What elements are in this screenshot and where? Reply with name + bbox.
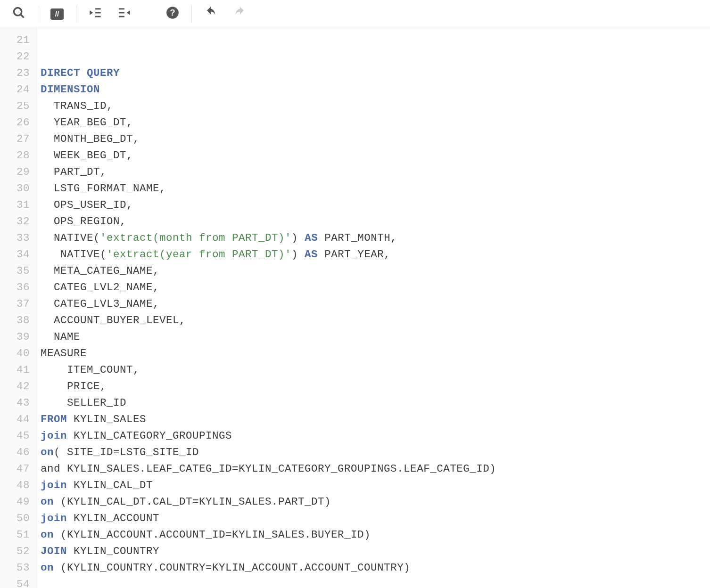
toolbar-separator bbox=[191, 6, 192, 23]
svg-line-1 bbox=[21, 15, 24, 18]
line-number: 31 bbox=[0, 197, 30, 213]
outdent-button[interactable] bbox=[110, 0, 139, 28]
indent-icon bbox=[89, 6, 102, 22]
line-number: 41 bbox=[0, 362, 30, 378]
line-number: 28 bbox=[0, 147, 30, 164]
code-line[interactable]: WEEK_BEG_DT, bbox=[41, 147, 710, 164]
line-number: 22 bbox=[0, 49, 30, 65]
line-number: 30 bbox=[0, 180, 30, 197]
line-number: 38 bbox=[0, 312, 30, 329]
svg-point-0 bbox=[14, 8, 22, 16]
indent-button[interactable] bbox=[81, 0, 109, 28]
code-line[interactable]: and KYLIN_SALES.LEAF_CATEG_ID=KYLIN_CATE… bbox=[41, 461, 710, 477]
toolbar-separator bbox=[76, 6, 76, 23]
line-number: 37 bbox=[0, 296, 30, 312]
help-button[interactable]: ? bbox=[158, 0, 187, 28]
code-line[interactable]: NATIVE('extract(year from PART_DT)') AS … bbox=[41, 246, 710, 263]
svg-text:?: ? bbox=[170, 8, 175, 17]
code-content[interactable]: DIRECT QUERYDIMENSION TRANS_ID, YEAR_BEG… bbox=[37, 28, 710, 588]
code-line[interactable]: join KYLIN_CAL_DT bbox=[41, 477, 710, 494]
redo-button[interactable] bbox=[226, 0, 254, 28]
line-number: 21 bbox=[0, 32, 30, 49]
code-line[interactable]: FROM KYLIN_SALES bbox=[41, 411, 710, 428]
help-icon: ? bbox=[166, 6, 179, 22]
line-number: 51 bbox=[0, 527, 30, 543]
line-number: 39 bbox=[0, 329, 30, 345]
code-line[interactable]: DIRECT QUERY bbox=[41, 65, 710, 82]
code-line[interactable]: CATEG_LVL2_NAME, bbox=[41, 279, 710, 296]
search-button[interactable] bbox=[5, 0, 33, 28]
line-number: 29 bbox=[0, 164, 30, 180]
line-number: 49 bbox=[0, 494, 30, 510]
comment-icon: // bbox=[50, 8, 64, 20]
line-number: 54 bbox=[0, 576, 30, 588]
code-line[interactable]: ITEM_COUNT, bbox=[41, 362, 710, 378]
code-line[interactable]: OPS_REGION, bbox=[41, 213, 710, 230]
code-line[interactable]: SELLER_ID bbox=[41, 395, 710, 411]
code-line[interactable]: OPS_USER_ID, bbox=[41, 197, 710, 213]
line-number: 35 bbox=[0, 263, 30, 279]
code-line[interactable]: on (KYLIN_CAL_DT.CAL_DT=KYLIN_SALES.PART… bbox=[41, 494, 710, 510]
line-number: 24 bbox=[0, 82, 30, 98]
line-number: 45 bbox=[0, 428, 30, 444]
code-line[interactable]: ACCOUNT_BUYER_LEVEL, bbox=[41, 312, 710, 329]
code-line[interactable]: on (KYLIN_COUNTRY.COUNTRY=KYLIN_ACCOUNT.… bbox=[41, 560, 710, 576]
undo-button[interactable] bbox=[197, 0, 225, 28]
line-number: 52 bbox=[0, 543, 30, 560]
code-line[interactable] bbox=[41, 576, 710, 588]
line-number: 25 bbox=[0, 98, 30, 114]
code-line[interactable]: join KYLIN_CATEGORY_GROUPINGS bbox=[41, 428, 710, 444]
line-number: 44 bbox=[0, 411, 30, 428]
line-number: 40 bbox=[0, 345, 30, 362]
line-number: 23 bbox=[0, 65, 30, 82]
line-number: 50 bbox=[0, 510, 30, 527]
line-number: 48 bbox=[0, 477, 30, 494]
editor-toolbar: // ? bbox=[0, 0, 710, 28]
line-number: 42 bbox=[0, 378, 30, 395]
line-number: 27 bbox=[0, 131, 30, 147]
line-number: 26 bbox=[0, 114, 30, 131]
code-line[interactable]: NATIVE('extract(month from PART_DT)') AS… bbox=[41, 230, 710, 246]
line-number: 47 bbox=[0, 461, 30, 477]
code-line[interactable]: NAME bbox=[41, 329, 710, 345]
code-line[interactable]: JOIN KYLIN_COUNTRY bbox=[41, 543, 710, 560]
outdent-icon bbox=[118, 6, 131, 22]
code-line[interactable]: META_CATEG_NAME, bbox=[41, 263, 710, 279]
line-number: 53 bbox=[0, 560, 30, 576]
code-line[interactable]: LSTG_FORMAT_NAME, bbox=[41, 180, 710, 197]
line-number: 43 bbox=[0, 395, 30, 411]
line-number-gutter: 2122232425262728293031323334353637383940… bbox=[0, 28, 37, 588]
code-line[interactable] bbox=[41, 32, 710, 49]
code-line[interactable]: on( SITE_ID=LSTG_SITE_ID bbox=[41, 444, 710, 461]
search-icon bbox=[12, 6, 25, 22]
code-editor[interactable]: 2122232425262728293031323334353637383940… bbox=[0, 28, 710, 588]
toolbar-separator bbox=[38, 6, 38, 23]
code-line[interactable]: on (KYLIN_ACCOUNT.ACCOUNT_ID=KYLIN_SALES… bbox=[41, 527, 710, 543]
code-line[interactable] bbox=[41, 49, 710, 65]
line-number: 34 bbox=[0, 246, 30, 263]
code-line[interactable]: CATEG_LVL3_NAME, bbox=[41, 296, 710, 312]
code-line[interactable]: PRICE, bbox=[41, 378, 710, 395]
line-number: 33 bbox=[0, 230, 30, 246]
code-line[interactable]: MONTH_BEG_DT, bbox=[41, 131, 710, 147]
code-line[interactable]: MEASURE bbox=[41, 345, 710, 362]
code-line[interactable]: join KYLIN_ACCOUNT bbox=[41, 510, 710, 527]
code-line[interactable]: TRANS_ID, bbox=[41, 98, 710, 114]
code-line[interactable]: DIMENSION bbox=[41, 82, 710, 98]
comment-toggle-button[interactable]: // bbox=[43, 0, 71, 28]
line-number: 46 bbox=[0, 444, 30, 461]
line-number: 32 bbox=[0, 213, 30, 230]
code-line[interactable]: PART_DT, bbox=[41, 164, 710, 180]
redo-icon bbox=[233, 6, 247, 22]
line-number: 36 bbox=[0, 279, 30, 296]
code-line[interactable]: YEAR_BEG_DT, bbox=[41, 114, 710, 131]
undo-icon bbox=[204, 6, 217, 22]
